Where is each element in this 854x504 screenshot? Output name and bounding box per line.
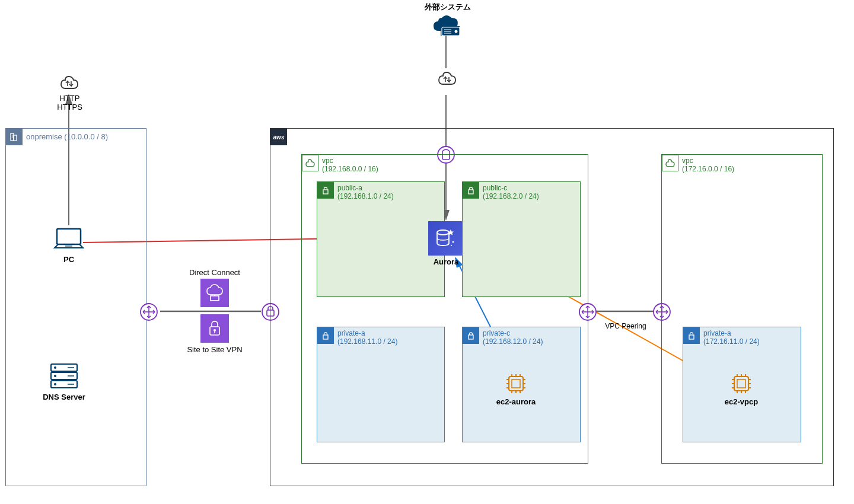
vpn-icon xyxy=(200,314,229,343)
vpc-peering-left-icon xyxy=(578,302,597,324)
aws-tag-icon: aws xyxy=(270,129,287,145)
vpc1-icon xyxy=(302,155,318,171)
internet-gateway-icon xyxy=(436,70,458,90)
svg-rect-13 xyxy=(11,133,14,141)
svg-point-24 xyxy=(54,375,56,377)
svg-rect-61 xyxy=(689,335,694,339)
vpc2-container: vpc(172.16.0.0 / 16) private-a(172.16.11… xyxy=(661,154,823,464)
onpremise-icon xyxy=(6,129,23,145)
svg-rect-41 xyxy=(469,335,473,339)
onpremise-name: onpremise xyxy=(26,132,62,141)
svg-rect-18 xyxy=(57,229,81,244)
svg-rect-63 xyxy=(737,379,745,388)
vpc1-private-a-label: private-a(192.168.11.0 / 24) xyxy=(337,329,397,346)
public-a-icon xyxy=(317,182,334,199)
ec2-aurora-icon xyxy=(503,371,529,397)
direct-connect-icon xyxy=(200,279,229,307)
svg-rect-62 xyxy=(734,377,748,391)
external-system-label: 外部システム xyxy=(415,2,480,12)
vpc1-private-c-label: private-c(192.168.12.0 / 24) xyxy=(483,329,543,346)
svg-rect-39 xyxy=(469,190,473,194)
site-to-site-vpn-label: Site to Site VPN xyxy=(183,345,247,354)
vpc2-icon xyxy=(662,155,678,171)
customer-gateway-icon xyxy=(139,302,158,324)
public-a-subnet: public-a(192.168.1.0 / 24) xyxy=(317,181,445,297)
svg-point-44 xyxy=(451,245,452,246)
vpc2-label: vpc(172.16.0.0 / 16) xyxy=(682,157,734,173)
cloud-server-icon xyxy=(430,13,463,38)
pc-label: PC xyxy=(53,255,84,264)
svg-point-42 xyxy=(437,230,449,235)
svg-rect-38 xyxy=(323,190,328,194)
onpremise-container: onpremise (10.0.0.0 / 8) xyxy=(5,128,146,486)
vpc2-private-a-label: private-a(172.16.11.0 / 24) xyxy=(703,329,760,346)
svg-point-25 xyxy=(54,383,56,385)
svg-rect-45 xyxy=(509,377,523,391)
vpc1-name: vpc xyxy=(322,157,333,165)
aurora-label: Aurora xyxy=(422,257,470,266)
dns-server-label: DNS Server xyxy=(34,393,94,401)
svg-rect-40 xyxy=(323,335,328,339)
http-https-label: HTTP HTTPS xyxy=(47,94,92,111)
public-c-subnet: public-c(192.168.2.0 / 24) xyxy=(462,181,581,297)
aurora-icon xyxy=(428,221,463,256)
svg-point-43 xyxy=(453,241,454,243)
public-a-label: public-a(192.168.1.0 / 24) xyxy=(337,184,394,200)
public-c-label: public-c(192.168.2.0 / 24) xyxy=(483,184,539,200)
svg-point-23 xyxy=(54,366,56,369)
svg-rect-46 xyxy=(512,379,520,388)
vpc1-container: vpc (192.168.0.0 / 16) public-a(192.168.… xyxy=(301,154,588,464)
svg-point-9 xyxy=(455,30,458,33)
vpc1-private-a-icon xyxy=(317,327,334,344)
vpc1-private-a-subnet: private-a(192.168.11.0 / 24) xyxy=(317,327,445,442)
onpremise-cidr: (10.0.0.0 / 8) xyxy=(64,132,108,141)
vpc2-private-a-icon xyxy=(683,327,700,344)
vpc-peering-label: VPC Peering xyxy=(596,322,655,330)
pc-icon xyxy=(53,227,84,255)
vpc1-label: vpc (192.168.0.0 / 16) xyxy=(322,157,378,173)
direct-connect-label: Direct Connect xyxy=(183,268,247,277)
vpc1-private-c-icon xyxy=(463,327,479,344)
http-cloud-icon xyxy=(58,74,81,94)
ec2-vpcp-label: ec2-vpcp xyxy=(712,397,771,406)
svg-rect-30 xyxy=(211,296,219,301)
onpremise-label: onpremise (10.0.0.0 / 8) xyxy=(26,132,108,141)
svg-rect-14 xyxy=(14,135,17,141)
svg-point-33 xyxy=(214,329,216,331)
vpc1-cidr: (192.168.0.0 / 16) xyxy=(322,165,378,173)
public-c-icon xyxy=(463,182,479,199)
dns-server-icon xyxy=(46,361,82,393)
ec2-vpcp-icon xyxy=(728,371,754,397)
ec2-aurora-label: ec2-aurora xyxy=(486,397,546,406)
